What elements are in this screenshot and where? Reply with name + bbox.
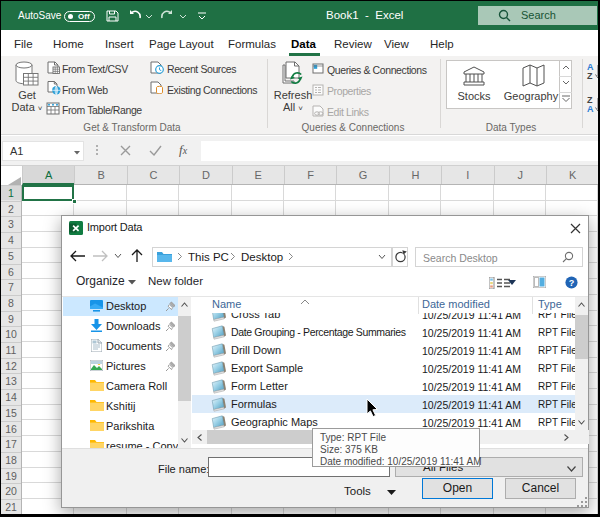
svg-text:?: ?: [569, 278, 575, 288]
